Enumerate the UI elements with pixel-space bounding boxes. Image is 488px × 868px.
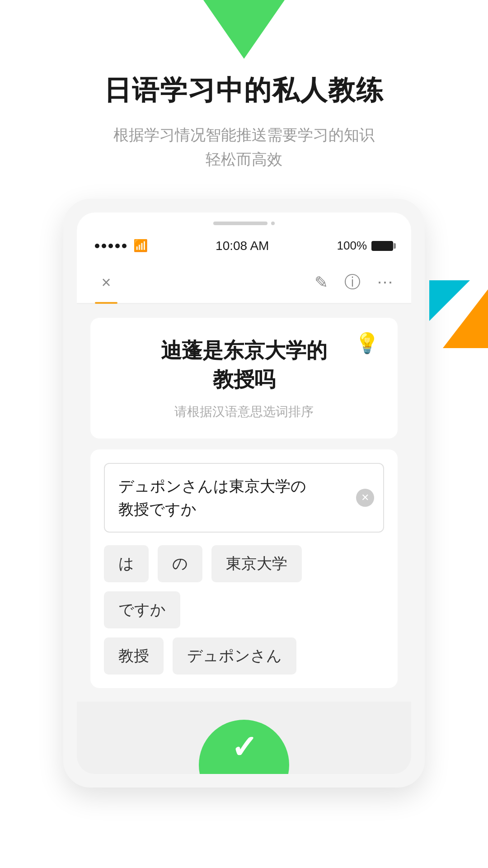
orange-triangle (443, 289, 488, 348)
help-icon[interactable]: ⓘ (344, 271, 361, 293)
subtitle: 根据学习情况智能推送需要学习的知识 轻松而高效 (113, 123, 375, 172)
wifi-icon: 📶 (133, 239, 148, 253)
status-bar: 📶 10:08 AM 100% (95, 234, 393, 262)
main-title: 日语学习中的私人教练 (104, 72, 384, 109)
edit-icon[interactable]: ✎ (314, 273, 328, 292)
phone-mockup: 📶 10:08 AM 100% × ✎ ⓘ ⋯ (63, 199, 425, 788)
phone-inner: 📶 10:08 AM 100% × ✎ ⓘ ⋯ (77, 212, 411, 774)
scroll-bar (213, 222, 267, 225)
check-circle[interactable]: ✓ (199, 720, 289, 774)
question-line2: 教授吗 (213, 368, 275, 391)
scroll-indicator (95, 222, 393, 234)
close-button[interactable]: × (95, 271, 117, 294)
more-icon[interactable]: ⋯ (377, 273, 393, 292)
question-text: 迪蓬是东京大学的 教授吗 (113, 336, 375, 394)
battery-bar (371, 241, 393, 251)
word-chip-desuka[interactable]: ですか (104, 591, 180, 628)
scroll-dot (271, 222, 275, 225)
answer-line1: デュポンさんは東京大学の (118, 477, 306, 495)
word-chips-row-2: 教授 デュポンさん (104, 637, 384, 675)
word-chip-dyupon-san[interactable]: デュポンさん (173, 637, 296, 675)
phone-body: 💡 迪蓬是东京大学的 教授吗 请根据汉语意思选词排序 デュポンさんは東京大学の … (77, 304, 411, 702)
signal-dot (115, 244, 120, 248)
answer-text: デュポンさんは東京大学の 教授ですか (118, 475, 370, 521)
signal-dot (122, 244, 127, 248)
word-chip-no[interactable]: の (158, 545, 202, 582)
hint-lightbulb-icon: 💡 (355, 331, 380, 355)
clear-button[interactable]: ✕ (356, 489, 374, 507)
subtitle-line1: 根据学习情况智能推送需要学习的知识 (113, 126, 375, 143)
status-left: 📶 (95, 239, 148, 253)
toolbar-icons: ✎ ⓘ ⋯ (314, 271, 393, 293)
word-chip-kyouju[interactable]: 教授 (104, 637, 164, 675)
signal-dot (95, 244, 99, 248)
battery-percentage: 100% (337, 239, 367, 253)
check-icon: ✓ (231, 729, 258, 766)
question-card: 💡 迪蓬是东京大学的 教授吗 请根据汉语意思选词排序 (90, 318, 398, 439)
answer-card: デュポンさんは東京大学の 教授ですか ✕ は の 東京大学 (90, 449, 398, 688)
close-icon: × (101, 273, 111, 292)
clear-icon: ✕ (361, 492, 369, 504)
status-right: 100% (337, 239, 394, 253)
status-time: 10:08 AM (216, 239, 269, 253)
question-line1: 迪蓬是东京大学的 (161, 339, 327, 362)
signal-dots (95, 244, 127, 248)
signal-dot (108, 244, 113, 248)
answer-line2: 教授ですか (118, 500, 197, 518)
bottom-section: ✓ (77, 702, 411, 774)
right-decoration (429, 280, 488, 353)
answer-input-area[interactable]: デュポンさんは東京大学の 教授ですか ✕ (104, 463, 384, 533)
toolbar: × ✎ ⓘ ⋯ (77, 262, 411, 304)
question-hint: 请根据汉语意思选词排序 (113, 403, 375, 420)
signal-dot (102, 244, 106, 248)
status-bar-container: 📶 10:08 AM 100% (77, 212, 411, 262)
word-chip-ha[interactable]: は (104, 545, 149, 582)
word-chips-row-1: は の 東京大学 ですか (104, 545, 384, 628)
word-chip-tokyo-daigaku[interactable]: 東京大学 (211, 545, 302, 582)
subtitle-line2: 轻松而高效 (206, 151, 282, 168)
word-chips-container: は の 東京大学 ですか 教授 デュポンさん (104, 545, 384, 675)
